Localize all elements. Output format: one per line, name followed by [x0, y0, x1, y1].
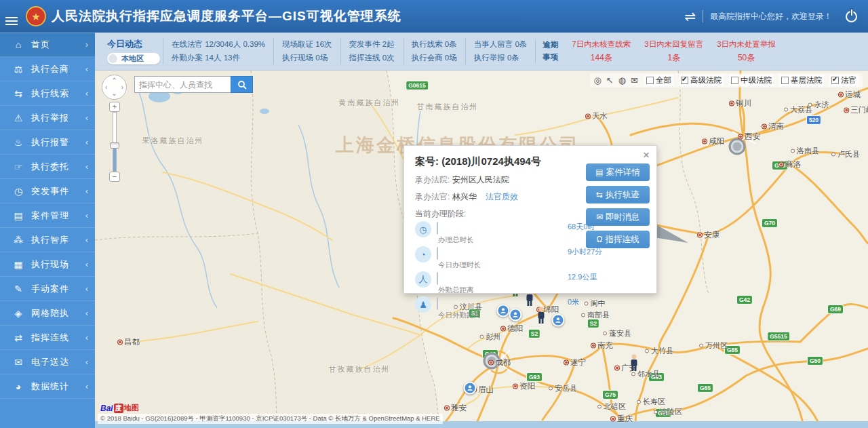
map-city-label: 运城: [839, 90, 861, 100]
map-city-label: 安岳县: [549, 383, 577, 393]
sidebar-item-5[interactable]: ☞ 执行委托 ‹: [0, 155, 95, 179]
sidebar-item-10[interactable]: ✎ 手动案件 ‹: [0, 277, 95, 301]
manual-case-icon: ✎: [11, 284, 26, 294]
pan-up-icon[interactable]: ⌃: [111, 77, 117, 84]
sidebar-item-9[interactable]: ▦ 执行现场 ‹: [0, 252, 95, 277]
chevron-icon: ‹: [85, 186, 88, 196]
judge-person-marker[interactable]: [629, 354, 639, 374]
road-badge: G0615: [406, 81, 429, 90]
progress-bar: [437, 247, 438, 260]
city-dot-icon: [730, 101, 734, 105]
pan-left-icon[interactable]: ‹: [105, 84, 107, 91]
person-pin-icon: ♟: [415, 296, 431, 313]
checkbox-icon[interactable]: [681, 77, 688, 84]
cluster-icon[interactable]: ◍: [618, 75, 626, 85]
sidebar-item-1[interactable]: ⚖ 执行会商 ‹: [0, 57, 95, 81]
city-dot-icon: [831, 152, 835, 156]
region-toggle[interactable]: 本地区: [107, 53, 160, 64]
sidebar-item-7[interactable]: ▤ 案件管理 ‹: [0, 203, 95, 228]
pan-down-icon[interactable]: ⌄: [111, 90, 117, 97]
sidebar-item-8[interactable]: ⁂ 执行智库 ‹: [0, 228, 95, 252]
popup-action-button[interactable]: ⇆执行轨迹: [586, 186, 650, 203]
baidu-logo: Bai 度 地图: [100, 403, 139, 413]
sidebar-item-2[interactable]: ⇆ 执行线索 ‹: [0, 81, 95, 106]
switch-icon[interactable]: ⇌: [684, 8, 696, 24]
chevron-icon: ‹: [85, 235, 88, 245]
city-dot-icon: [844, 108, 848, 112]
layer-filter[interactable]: 全部: [644, 75, 673, 86]
zoom-handle[interactable]: [110, 142, 119, 149]
sidebar-item-12[interactable]: ⇄ 指挥连线 ‹: [0, 326, 95, 350]
map-city-label: 成都: [489, 357, 511, 368]
checkbox-icon[interactable]: [731, 77, 738, 84]
map-container[interactable]: 黄南藏族自治州 甘南藏族自治州 果洛藏族自治州 甘孜藏族自治州 天水 汉中 安康…: [95, 71, 868, 428]
pan-right-icon[interactable]: ›: [121, 84, 123, 91]
popup-action-button[interactable]: ✉即时消息: [586, 208, 650, 226]
metric-row: ♟ 今日外勤距离 0米: [415, 298, 646, 322]
logout-power-icon[interactable]: [846, 11, 857, 22]
popup-actions: ▤案件详情 ⇆执行轨迹 ✉即时消息 Ω指挥连线: [586, 163, 650, 248]
map-city-label: 西安: [738, 132, 760, 142]
city-dot-icon: [597, 404, 601, 408]
zoom-track[interactable]: [113, 112, 117, 172]
zoom-in-button[interactable]: +: [109, 102, 120, 112]
city-dot-icon: [489, 360, 493, 364]
close-icon[interactable]: ×: [643, 149, 650, 162]
sidebar-item-13[interactable]: ✉ 电子送达 ‹: [0, 350, 95, 374]
sidebar-item-6[interactable]: ◷ 突发事件 ‹: [0, 179, 95, 203]
cursor-select-icon[interactable]: ↖: [606, 75, 614, 85]
page-title: 人民法院执行指挥应急调度服务平台—GIS可视化管理系统: [52, 7, 401, 25]
layer-filter[interactable]: 高级法院: [679, 75, 724, 86]
road-badge: G50: [807, 356, 823, 366]
sidebar-item-11[interactable]: ◈ 网格陪执 ‹: [0, 301, 95, 326]
map-city-label: 资阳: [513, 381, 535, 391]
popup-action-button[interactable]: ▤案件详情: [586, 163, 650, 181]
map-city-label: 大竹县: [645, 346, 673, 356]
map-city-label: 黄南藏族自治州: [339, 98, 401, 108]
map-city-label: 重庆: [611, 414, 633, 424]
map-city-label: 甘孜藏族自治州: [329, 364, 391, 374]
hamburger-menu-icon[interactable]: [5, 15, 19, 27]
road-badge: G65: [697, 383, 713, 393]
headset-icon: Ω: [597, 235, 603, 244]
popup-action-button[interactable]: Ω指挥连线: [586, 231, 650, 248]
map-city-label: 雅安: [445, 403, 467, 413]
layer-filter[interactable]: 中级法院: [729, 75, 774, 86]
stat-column: 执行线索 0条执行会商 0场: [403, 38, 465, 64]
map-pan-control[interactable]: ⌃ ⌄ ‹ ›: [102, 75, 127, 100]
search-button[interactable]: [231, 76, 253, 93]
sidebar-item-14[interactable]: ◕ 数据统计 ‹: [0, 374, 95, 399]
emergency-icon: ◷: [11, 186, 26, 197]
map-city-label: 万州区: [699, 341, 728, 351]
overdue-item: 7日内未核查线索144条: [565, 38, 637, 65]
city-dot-icon: [699, 343, 703, 347]
judge-circle-marker[interactable]: [464, 382, 477, 395]
search-input[interactable]: [134, 76, 231, 93]
checkbox-icon[interactable]: [646, 77, 654, 84]
case-doc-icon: ▤: [595, 168, 603, 177]
judge-quality-link[interactable]: 法官质效: [486, 192, 518, 201]
report-icon: ⚠: [11, 113, 26, 123]
chevron-icon: ‹: [85, 161, 88, 172]
zoom-out-button[interactable]: −: [109, 172, 120, 182]
sidebar-item-0[interactable]: ⌂ 首页 ›: [0, 33, 95, 57]
locate-icon[interactable]: ◎: [594, 75, 601, 85]
map-city-label: 咸阳: [703, 136, 724, 147]
stat-column: 当事人留言 0条执行举报 0条: [465, 38, 536, 64]
sidebar-item-3[interactable]: ⚠ 执行举报 ‹: [0, 106, 95, 130]
city-dot-icon: [591, 343, 595, 347]
map-city-label: 大荔县: [784, 104, 812, 115]
map-zoom-slider: + −: [109, 102, 120, 182]
map-city-label: 长寿区: [637, 397, 665, 407]
road-badge: G69: [827, 305, 844, 314]
track-icon: ⇆: [596, 190, 603, 199]
checkbox-icon[interactable]: [781, 77, 789, 84]
map-city-label: 遂宁: [564, 357, 586, 368]
map-city-label: 北碚区: [597, 402, 626, 412]
map-city-label: 铜川: [730, 98, 751, 109]
sidebar-item-4[interactable]: ♨ 执行报警 ‹: [0, 130, 95, 155]
message-bubble-icon[interactable]: ✉: [631, 75, 638, 85]
checkbox-icon[interactable]: [831, 77, 839, 84]
layer-filter[interactable]: 基层法院: [779, 75, 824, 86]
layer-filter[interactable]: 法官: [829, 75, 859, 86]
